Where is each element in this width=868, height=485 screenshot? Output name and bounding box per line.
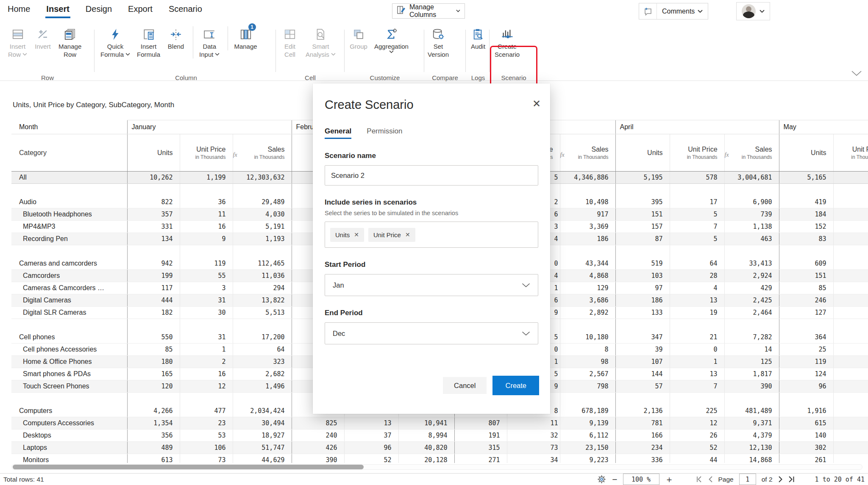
- row-label[interactable]: Cell phones: [11, 331, 127, 344]
- cell[interactable]: [833, 417, 868, 430]
- cell[interactable]: 1: [670, 356, 724, 368]
- cell[interactable]: 9,139: [560, 417, 615, 430]
- cell[interactable]: 25: [779, 344, 833, 356]
- row-label[interactable]: Computers Accessories: [11, 417, 127, 430]
- cell[interactable]: 144: [615, 368, 670, 380]
- cell[interactable]: 323: [233, 356, 292, 368]
- row-label[interactable]: All: [11, 172, 127, 184]
- cell[interactable]: 6,900: [724, 196, 779, 208]
- cell[interactable]: 30,494: [233, 417, 292, 430]
- cell[interactable]: 157: [615, 221, 670, 233]
- cell[interactable]: 807: [454, 417, 507, 430]
- invert-button[interactable]: Invert: [32, 26, 54, 50]
- cell[interactable]: 13: [344, 417, 398, 430]
- row-label[interactable]: Cell phones Accessories: [11, 344, 127, 356]
- cell[interactable]: 4,379: [724, 430, 779, 442]
- cell[interactable]: [833, 196, 868, 208]
- cell[interactable]: [833, 221, 868, 233]
- cell[interactable]: 1,199: [180, 172, 233, 184]
- cell[interactable]: 191: [454, 430, 507, 442]
- manage-columns-button[interactable]: 1Manage: [228, 26, 259, 50]
- set-version-button[interactable]: SetVersion: [426, 26, 451, 58]
- cell[interactable]: 5: [670, 208, 724, 221]
- cell[interactable]: [833, 442, 868, 454]
- cell[interactable]: 112,465: [233, 258, 292, 270]
- cell[interactable]: 152: [779, 221, 833, 233]
- cell[interactable]: 151: [615, 208, 670, 221]
- cell[interactable]: 165: [127, 368, 180, 380]
- cell[interactable]: [833, 331, 868, 344]
- cell[interactable]: 180: [127, 356, 180, 368]
- cell[interactable]: [833, 208, 868, 221]
- cell[interactable]: 0: [670, 344, 724, 356]
- cell[interactable]: 825: [292, 417, 344, 430]
- cell[interactable]: 5: [670, 233, 724, 245]
- tab-permission[interactable]: Permission: [367, 127, 402, 139]
- zoom-out-button[interactable]: −: [612, 475, 617, 484]
- cell[interactable]: 96: [344, 442, 398, 454]
- cell[interactable]: 578: [670, 172, 724, 184]
- cell[interactable]: 107: [615, 356, 670, 368]
- cell[interactable]: 96: [779, 380, 833, 393]
- cell[interactable]: [833, 270, 868, 282]
- sales-header[interactable]: fxSalesin Thousands: [724, 134, 779, 172]
- cell[interactable]: 14,868: [724, 454, 779, 463]
- row-label[interactable]: Cameras and camcorders: [11, 258, 127, 270]
- quick-formula-button[interactable]: QuickFormula: [98, 26, 132, 58]
- menu-item-design[interactable]: Design: [86, 4, 112, 17]
- cell[interactable]: 5,513: [233, 307, 292, 319]
- cell[interactable]: 419: [779, 196, 833, 208]
- horizontal-scrollbar[interactable]: [11, 464, 862, 470]
- unit-price-header[interactable]: Unit Pricein Thousands: [833, 134, 868, 172]
- ribbon-collapse-chevron-icon[interactable]: [851, 70, 862, 78]
- cell[interactable]: 1,193: [233, 233, 292, 245]
- cell[interactable]: 347: [615, 331, 670, 344]
- cell[interactable]: 4,346,886: [560, 172, 615, 184]
- cell[interactable]: 166: [615, 430, 670, 442]
- cell[interactable]: [833, 172, 868, 184]
- cell[interactable]: 1,817: [724, 368, 779, 380]
- cell[interactable]: 2,892: [560, 307, 615, 319]
- cell[interactable]: 12,130: [724, 442, 779, 454]
- cell[interactable]: 52: [670, 442, 724, 454]
- row-label[interactable]: Desktops: [11, 430, 127, 442]
- cell[interactable]: 16: [180, 221, 233, 233]
- cell[interactable]: 426: [292, 442, 344, 454]
- cell[interactable]: 5,165: [779, 172, 833, 184]
- cell[interactable]: 1: [180, 344, 233, 356]
- cell[interactable]: 519: [615, 258, 670, 270]
- series-tag-input[interactable]: Units ✕ Unit Price ✕: [325, 222, 538, 248]
- cell[interactable]: 10,262: [127, 172, 180, 184]
- row-label[interactable]: Audio: [11, 196, 127, 208]
- cell[interactable]: 8,994: [398, 430, 454, 442]
- row-label[interactable]: Recording Pen: [11, 233, 127, 245]
- cell[interactable]: 199: [127, 270, 180, 282]
- cell[interactable]: 52: [344, 454, 398, 463]
- zoom-level-input[interactable]: 100 %: [623, 474, 659, 485]
- cell[interactable]: 390: [724, 380, 779, 393]
- cell[interactable]: 13,822: [233, 294, 292, 307]
- cell[interactable]: 119: [180, 258, 233, 270]
- cell[interactable]: 3,686: [560, 294, 615, 307]
- end-period-select[interactable]: Dec: [325, 322, 538, 344]
- cell[interactable]: 40,820: [398, 442, 454, 454]
- cell[interactable]: 103: [615, 270, 670, 282]
- cell[interactable]: 463: [724, 233, 779, 245]
- cell[interactable]: 129: [560, 282, 615, 294]
- units-header[interactable]: Units: [779, 134, 833, 172]
- cell[interactable]: 184: [779, 208, 833, 221]
- cell[interactable]: 17,200: [233, 331, 292, 344]
- cell[interactable]: [833, 454, 868, 463]
- menu-item-export[interactable]: Export: [128, 4, 153, 17]
- cell[interactable]: 678,189: [560, 405, 615, 417]
- blend-button[interactable]: Blend: [165, 26, 187, 50]
- cell[interactable]: [833, 356, 868, 368]
- row-label[interactable]: Touch Screen Phones: [11, 380, 127, 393]
- cell[interactable]: 6,112: [560, 430, 615, 442]
- cell[interactable]: 798: [560, 380, 615, 393]
- group-button[interactable]: Group: [348, 26, 370, 50]
- cell[interactable]: 64: [233, 344, 292, 356]
- create-scenario-button[interactable]: CreateScenario: [492, 26, 522, 58]
- cell[interactable]: 36: [180, 196, 233, 208]
- cell[interactable]: 3,369: [560, 221, 615, 233]
